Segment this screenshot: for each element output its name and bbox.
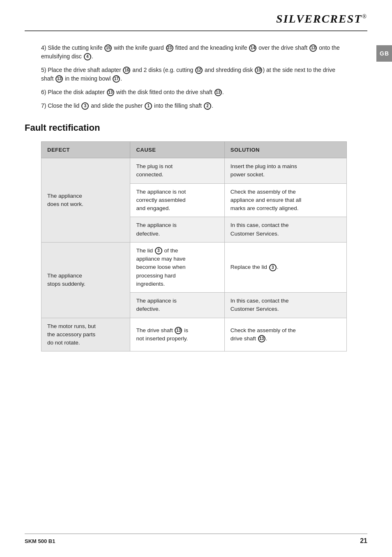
cause-cell-3a: The drive shaft 13 isnot inserted proper… (130, 318, 224, 351)
table-row: The appliancestops suddenly. The lid 3 o… (42, 242, 347, 292)
solution-cell-2b: In this case, contact theCustomer Servic… (224, 293, 346, 318)
ref-13a: 13 (309, 44, 317, 52)
instruction-4: 4) Slide the cutting knife 15 with the k… (41, 44, 347, 61)
ref-4: 4 (84, 53, 91, 60)
col-defect: DEFECT (42, 142, 130, 158)
ref-13e: 13 (175, 327, 182, 334)
table-header-row: DEFECT CAUSE SOLUTION (42, 142, 347, 158)
ref-13f: 13 (258, 335, 265, 342)
col-solution: SOLUTION (224, 142, 346, 158)
ref-3a: 3 (81, 102, 89, 110)
brand-logo: SILVERCREST® (276, 12, 367, 25)
ref-12: 12 (195, 67, 203, 74)
cause-cell-2a: The lid 3 of theappliance may havebecome… (130, 242, 224, 292)
page-container: SILVERCREST® GB 4) Slide the cutting kni… (0, 0, 392, 557)
page-footer: SKM 500 B1 21 (25, 534, 367, 545)
defect-cell-3: The motor runs, butthe accessory partsdo… (42, 318, 130, 351)
ref-3b: 3 (155, 247, 162, 254)
page-header: SILVERCREST® (25, 12, 367, 31)
col-cause: CAUSE (130, 142, 224, 158)
solution-cell-1a: Insert the plug into a mainspower socket… (224, 158, 346, 184)
ref-3c: 3 (269, 264, 277, 271)
cause-cell-1a: The plug is notconnected. (130, 158, 224, 184)
solution-cell-3a: Check the assembly of thedrive shaft 13. (224, 318, 346, 351)
solution-cell-2a: Replace the lid 3. (224, 242, 346, 292)
model-number: SKM 500 B1 (25, 538, 55, 544)
ref-10: 10 (255, 67, 262, 74)
instruction-list: 4) Slide the cutting knife 15 with the k… (25, 44, 347, 110)
ref-17: 17 (113, 75, 120, 83)
ref-16: 16 (123, 67, 130, 74)
table-row: The appliancedoes not work. The plug is … (42, 158, 347, 184)
cause-cell-1c: The appliance isdefective. (130, 217, 224, 243)
main-content: 4) Slide the cutting knife 15 with the k… (25, 44, 367, 351)
ref-14: 14 (249, 44, 256, 52)
fault-table: DEFECT CAUSE SOLUTION The appliancedoes … (41, 141, 347, 351)
instruction-5: 5) Place the drive shaft adapter 16 and … (41, 66, 347, 83)
page-number: 21 (360, 537, 367, 545)
solution-cell-1b: Check the assembly of theappliance and e… (224, 183, 346, 217)
brand-text: SILVERCREST (276, 12, 362, 25)
ref-23: 23 (166, 44, 173, 52)
ref-15: 15 (104, 44, 112, 52)
table-row: The motor runs, butthe accessory partsdo… (42, 318, 347, 351)
defect-cell-2: The appliancestops suddenly. (42, 242, 130, 318)
instruction-7: 7) Close the lid 3 and slide the pusher … (41, 102, 347, 110)
cause-cell-2b: The appliance isdefective. (130, 293, 224, 318)
ref-13b: 13 (55, 75, 63, 83)
brand-reg: ® (362, 14, 367, 20)
solution-cell-1c: In this case, contact theCustomer Servic… (224, 217, 346, 243)
ref-1: 1 (145, 102, 152, 110)
gb-tab: GB (376, 45, 392, 62)
instruction-6: 6) Place the disk adapter 13 with the di… (41, 88, 347, 97)
defect-cell-1: The appliancedoes not work. (42, 158, 130, 243)
ref-2: 2 (204, 102, 211, 110)
section-title: Fault rectification (25, 122, 347, 133)
ref-13c: 13 (107, 89, 114, 96)
cause-cell-1b: The appliance is notcorrectly assembleda… (130, 183, 224, 217)
ref-13d: 13 (214, 89, 222, 96)
